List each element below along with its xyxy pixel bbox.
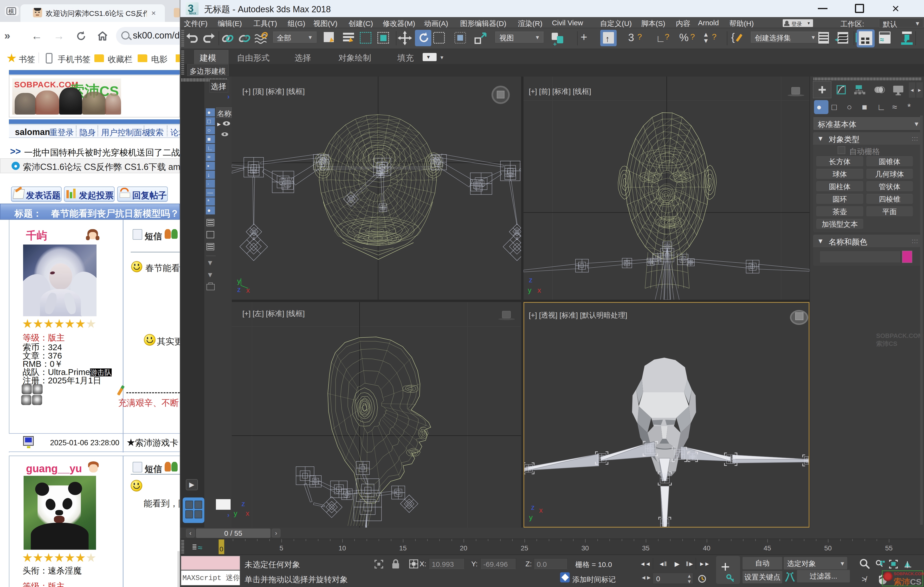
svg-text:y: y: [528, 286, 531, 294]
svg-text:x: x: [246, 286, 250, 294]
svg-text:z: z: [531, 503, 535, 511]
svg-text:x: x: [538, 286, 541, 294]
svg-text:y: y: [237, 277, 241, 285]
svg-text:z: z: [237, 285, 241, 294]
svg-text:z: z: [529, 276, 532, 284]
svg-text:x: x: [539, 506, 543, 514]
svg-text:y: y: [234, 509, 237, 517]
svg-text:z: z: [241, 500, 245, 508]
svg-text:x: x: [246, 509, 249, 517]
svg-text:y: y: [529, 513, 533, 521]
